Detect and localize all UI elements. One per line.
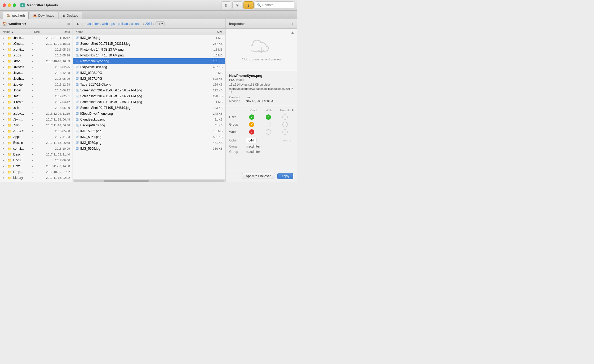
list-item[interactable]: ▶ 📁 Dropbox • 2017-10-05, 21:02 <box>0 169 73 175</box>
list-item[interactable]: 🖼 Photo Nov 14, 9 38 23 AM.png 1.8 MB <box>73 47 225 52</box>
check-red-icon: ✓ <box>249 129 254 135</box>
perm-world-read[interactable]: ✓ <box>243 129 260 135</box>
list-item[interactable]: 🖼 StayWokeDick.png 467 KB <box>73 64 225 70</box>
search-input[interactable] <box>262 3 292 7</box>
sort-button[interactable]: ⇅ <box>221 1 231 9</box>
mid-file-list[interactable]: 🖼 IMG_0406.jpg 1 MB 🖼 Screen Shot 201711… <box>73 35 225 179</box>
folder-icon: 📁 <box>7 83 12 87</box>
list-item[interactable]: ▶ 📁 .ipynb_checkpoints • 2015-12-28 <box>0 70 73 76</box>
perm-octal-row: Octal rw-r--r-- <box>229 138 293 143</box>
preview-collapse-icon[interactable]: ▲ <box>291 30 294 34</box>
file-name: Screen Shot 20171105_124819.jpg <box>80 106 205 110</box>
maximize-button[interactable] <box>13 3 16 7</box>
list-item[interactable]: 🖼 iCloudDriveiPhone.png 248 KB <box>73 111 225 117</box>
grid-icon[interactable]: ⊞ <box>67 22 70 26</box>
perm-user-execute[interactable] <box>277 114 293 120</box>
tab-weatherh[interactable]: 🏠 weatherh <box>3 12 29 19</box>
breadcrumb-item[interactable]: pelican <box>118 22 128 26</box>
list-item[interactable]: ▶ 📁 .Presto • 2017-03-12 <box>0 99 73 105</box>
breadcrumb-item[interactable]: uploads <box>131 22 142 26</box>
list-item[interactable]: 🖼 CloudBackup.png 31 KB <box>73 117 225 122</box>
search-box[interactable]: 🔍 <box>255 1 294 9</box>
inspector-expand-icon[interactable]: ⊓ <box>290 22 293 26</box>
list-item[interactable]: 🖼 IMG_0397.JPG 628 KB <box>73 76 225 82</box>
list-item[interactable]: 🖼 NewPhoneSync.png 161 KB <box>73 58 225 64</box>
list-item[interactable]: ▶ 📁 .ipython • 2015-05-29 <box>0 76 73 82</box>
list-item[interactable]: ▶ 📁 Library • 2017-11-18, 02:22 <box>0 175 73 181</box>
octal-input[interactable] <box>246 138 256 143</box>
list-item[interactable]: ▶ 📁 Applications • 2017-11-03 <box>0 134 73 140</box>
list-item[interactable]: 🖼 IMG_0398.JPG 1.6 MB <box>73 70 225 76</box>
list-item[interactable]: 🖼 IMG_5959.jpg 356 KB <box>73 146 225 152</box>
list-item[interactable]: ▶ 📁 .Synology • 2017-11-18, 06:48 <box>0 117 73 122</box>
list-item[interactable]: ▶ 📁 .ssh • 2015-05-29 <box>0 105 73 111</box>
perm-group-execute[interactable] <box>277 122 293 127</box>
breadcrumb-current[interactable]: 11 ▾ <box>156 21 165 26</box>
list-item[interactable]: 🖼 Tags_2017-11-05.png 164 KB <box>73 82 225 87</box>
list-item[interactable]: ▶ 📁 .dvdcss • 2016-02-25 <box>0 64 73 70</box>
list-item[interactable]: ▶ 📁 Downloads • 2017-11-06, 14:58 <box>0 163 73 169</box>
breadcrumb-item[interactable]: webapps <box>102 22 115 26</box>
list-item[interactable]: ▶ 📁 Bespin • 2017-11-18, 06:48 <box>0 140 73 146</box>
apply-button[interactable]: Apply <box>277 173 293 179</box>
close-button[interactable] <box>3 3 6 7</box>
list-item[interactable]: ▶ 📁 .matplotlib • 2017-02-01 <box>0 93 73 99</box>
horizontal-scrollbar[interactable] <box>73 179 225 182</box>
file-icon: 🖼 <box>76 141 79 145</box>
file-date: 2017-11-03 <box>41 135 70 139</box>
file-icon: 🖼 <box>76 54 79 57</box>
file-size-dot: • <box>26 171 39 174</box>
list-item[interactable]: 🖼 IMG_0406.jpg 1 MB <box>73 35 225 41</box>
list-item[interactable]: ▶ 📁 .cups • 2015-05-28 <box>0 52 73 58</box>
list-item[interactable]: ▶ 📁 .SynologyDrive • 2017-11-18, 06:48 <box>0 122 73 128</box>
scrollbar-thumb[interactable] <box>104 180 149 182</box>
list-item[interactable]: 🖼 Screen Shot 20171105_124819.jpg 153 KB <box>73 105 225 111</box>
list-item[interactable]: 🖼 Screenshot 2017-11-05 at 12.55.30 PM.p… <box>73 99 225 105</box>
inspector-preview[interactable]: ▲ Click to download and preview <box>225 29 297 71</box>
minimize-button[interactable] <box>8 3 11 7</box>
user-label[interactable]: weatherh ▾ <box>8 22 26 26</box>
list-item[interactable]: 🖼 IMG_5960.png 48...KB <box>73 140 225 146</box>
list-item[interactable]: ▶ 📁 .bash_sessions • 2017-01-04, 16:12 <box>0 35 73 41</box>
list-item[interactable]: ▶ 📁 Macdrifter logo 2015-06-27 • 2017-04… <box>0 181 73 182</box>
list-item[interactable]: ▶ 📁 com.freron.MailMate • 2015-10-09 <box>0 146 73 152</box>
info-button[interactable]: ℹ <box>243 1 254 9</box>
scrollbar-track[interactable] <box>74 180 224 182</box>
perm-user-write[interactable]: ✓ <box>260 114 277 120</box>
list-item[interactable]: 🖼 BackupPlans.png 61 KB <box>73 122 225 128</box>
list-item[interactable]: ▶ 📁 .jupyter • 2015-12-28 <box>0 82 73 87</box>
left-file-list[interactable]: ▶ 📁 .bash_sessions • 2017-01-04, 16:12 ▶… <box>0 35 73 182</box>
list-item[interactable]: ▶ 📁 Documents • 2017-06-30 <box>0 157 73 163</box>
breadcrumb-item[interactable]: macdrifter <box>85 22 99 26</box>
perm-user-read[interactable]: ✓ <box>243 114 260 120</box>
breadcrumb-item[interactable]: 2017 <box>145 22 152 26</box>
permissions-collapse-icon[interactable]: ▲ <box>291 108 294 112</box>
tab-downloads[interactable]: 📥 Downloads <box>29 12 58 19</box>
inspector-pane: Inspector ⊓ ▲ Click to download and prev… <box>225 19 297 182</box>
list-item[interactable]: ▶ 📁 .CloudStation • 2017-11-01, 15:28 <box>0 41 73 47</box>
folder-icon: 📁 <box>7 135 12 139</box>
list-item[interactable]: 🖼 Photo Nov 14, 7 13 10 AM.png 1.6 MB <box>73 52 225 58</box>
apply-enclosed-button[interactable]: Apply to Enclosed <box>242 173 275 179</box>
list-item[interactable]: 🖼 Screenshot 2017-11-05 at 12.56.21 PM.p… <box>73 93 225 99</box>
perm-group-row: Group ✓ <box>229 121 293 128</box>
list-item[interactable]: ▶ 📁 Desktop • 2017-11-03, 11:40 <box>0 152 73 157</box>
home-icon: 🏠 <box>3 22 7 26</box>
list-item[interactable]: 🖼 IMG_5962.png 1.6 MB <box>73 128 225 134</box>
list-item[interactable]: ▶ 📁 .subversion • 2015-12-29, 11:19 <box>0 111 73 117</box>
perm-group-read[interactable]: ✓ <box>243 122 260 127</box>
pinwheel-button[interactable]: ✳ <box>232 1 242 9</box>
list-item[interactable]: 🖼 IMG_5961.png 561 KB <box>73 134 225 140</box>
list-item[interactable]: ▶ 📁 .local • 2015-06-12 <box>0 87 73 93</box>
list-item[interactable]: 🖼 Screen Shot 20171115_093313.jpg 237 KB <box>73 41 225 47</box>
perm-group-write[interactable] <box>260 122 277 127</box>
perm-world-write[interactable] <box>260 129 277 135</box>
list-item[interactable]: ▶ 📁 .continuum • 2015-05-28 <box>0 47 73 52</box>
file-size: 356 KB <box>207 147 223 150</box>
expand-icon: ▶ <box>3 48 6 51</box>
list-item[interactable]: ▶ 📁 ABBYY • 2015-05-30 <box>0 128 73 134</box>
list-item[interactable]: 🖼 Screenshot 2017-11-05 at 12.56.59 PM.p… <box>73 87 225 93</box>
tab-desktop[interactable]: 🖥 Desktop <box>59 12 82 19</box>
perm-world-execute[interactable] <box>277 129 293 135</box>
list-item[interactable]: ▶ 📁 .dropbox • 2017-10-18, 16:33 <box>0 58 73 64</box>
